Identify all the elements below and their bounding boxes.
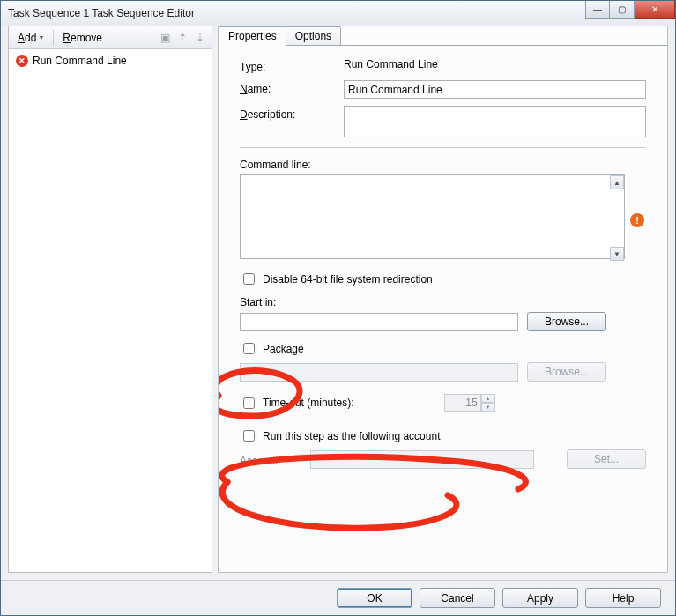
disable64-checkbox[interactable] <box>243 273 255 285</box>
chevron-down-icon: ▼ <box>38 34 44 41</box>
add-label: Add <box>18 32 36 44</box>
help-button[interactable]: Help <box>585 588 661 608</box>
new-group-icon[interactable]: ▣ <box>157 30 173 46</box>
commandline-label: Command line: <box>240 159 646 171</box>
remove-button[interactable]: Remove <box>57 30 108 46</box>
tree-item-label: Run Command Line <box>33 55 127 67</box>
browse-startin-button[interactable]: Browse... <box>527 312 606 331</box>
package-input <box>240 363 518 382</box>
apply-button[interactable]: Apply <box>502 588 578 608</box>
startin-input[interactable] <box>240 313 518 331</box>
tab-options[interactable]: Options <box>286 26 341 46</box>
runas-label: Run this step as the following account <box>263 430 440 442</box>
account-label: Account: <box>240 452 310 467</box>
spinner-down-icon: ▼ <box>481 403 495 412</box>
description-label: Description: <box>240 106 344 121</box>
scroll-up-icon[interactable]: ▲ <box>610 175 624 189</box>
name-label: Name: <box>240 80 344 95</box>
disable64-label: Disable 64-bit file system redirection <box>263 273 433 286</box>
description-input[interactable] <box>344 106 646 137</box>
tree-item[interactable]: ✕ Run Command Line <box>12 53 208 69</box>
minimize-button[interactable]: ― <box>585 1 610 19</box>
timeout-checkbox[interactable] <box>243 397 255 409</box>
warning-icon: ! <box>630 213 644 227</box>
tab-properties[interactable]: Properties <box>219 26 286 46</box>
commandline-input[interactable] <box>240 174 625 259</box>
window-title: Task Sequence 1 Task Sequence Editor <box>1 7 585 19</box>
maximize-button[interactable]: ▢ <box>610 1 635 19</box>
add-menu[interactable]: Add ▼ <box>12 30 49 46</box>
ok-button[interactable]: OK <box>337 588 412 608</box>
toolbar-separator <box>53 30 54 46</box>
package-checkbox[interactable] <box>243 343 255 354</box>
type-label: Type: <box>240 58 344 73</box>
timeout-spinner <box>444 394 481 412</box>
close-button[interactable]: ✕ <box>635 1 675 19</box>
move-down-icon[interactable]: ⇣ <box>192 30 208 46</box>
move-up-icon[interactable]: ⇡ <box>175 30 190 46</box>
spinner-up-icon: ▲ <box>481 394 495 403</box>
scroll-down-icon[interactable]: ▼ <box>610 247 624 261</box>
divider <box>240 147 646 148</box>
timeout-label: Time-out (minutes): <box>263 397 354 409</box>
name-input[interactable] <box>344 80 646 99</box>
package-label: Package <box>263 343 304 355</box>
startin-label: Start in: <box>240 296 646 308</box>
runas-checkbox[interactable] <box>243 430 255 442</box>
account-input <box>310 450 534 469</box>
type-value: Run Command Line <box>344 58 646 71</box>
task-tree[interactable]: ✕ Run Command Line <box>9 49 212 572</box>
error-icon: ✕ <box>16 55 28 67</box>
set-account-button: Set... <box>567 449 646 469</box>
remove-label: Remove <box>63 32 102 44</box>
cancel-button[interactable]: Cancel <box>420 588 495 608</box>
browse-package-button: Browse... <box>527 362 606 382</box>
